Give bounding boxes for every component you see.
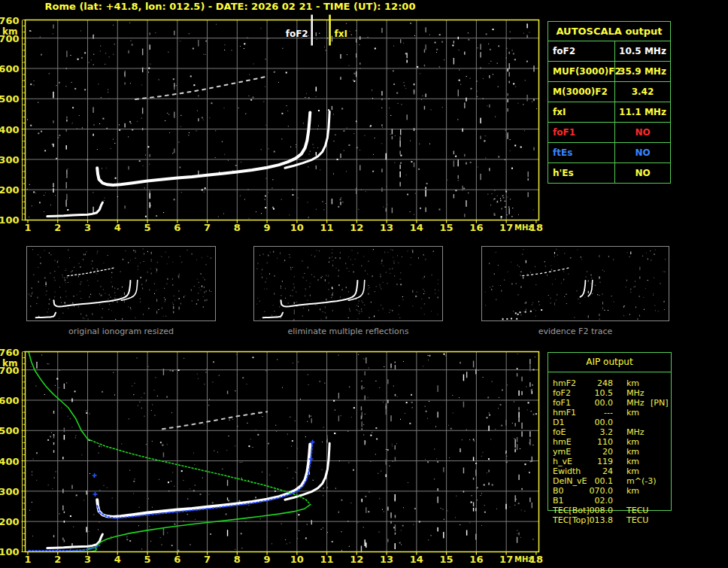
aip-param-unit: km [626,437,639,447]
autoscala-param-value: 10.5 MHz [614,41,670,61]
autoscala-param-value: 3.42 [614,82,670,102]
x-tick-label: 6 [174,554,180,565]
aip-row-foF2: foF210.5MHz [548,388,676,398]
axis-labels: 760700600500400300200100km12345678910111… [0,15,543,234]
x-tick-label: 3 [84,554,91,565]
aip-param-name: B0 [553,486,564,496]
aip-param-value: 070.0 [571,486,613,496]
autoscala-output-table: AUTOSCALA output foF210.5 MHzMUF(3000)F2… [548,21,671,184]
series-profile-F-region-dotted [88,439,311,505]
aip-param-value: --- [571,408,613,418]
aip-row-hmE: hmE110km [548,437,676,447]
traces [47,77,329,217]
aip-param-unit: km [626,457,639,466]
autoscala-row-M(3000)F2: M(3000)F23.42 [548,81,670,102]
ionogram-plot-bottom: 760700600500400300200100km12345678910111… [0,342,545,568]
y-tick-label: 500 [0,93,20,105]
marker-label-fxI: fxI [335,29,347,39]
autoscala-param-value: 35.9 MHz [614,62,670,81]
aip-param-unit: km [626,408,639,418]
x-tick-label: 9 [264,222,271,233]
thumb-noise [256,249,438,320]
thumbnail-evidence-f2-image [481,246,669,321]
aip-param-unit: TECU [626,506,648,515]
aip-param-unit: m^(-3) [626,476,656,486]
aip-param-value: 02.0 [571,496,613,506]
autoscala-param-label: MUF(3000)F2 [548,62,614,81]
autoscala-param-value: NO [614,143,670,163]
aip-param-value: 008.0 [571,506,613,515]
y-tick-label: 600 [0,395,20,406]
aip-param-name: B1 [553,496,564,506]
aip-param-value: 013.8 [571,515,613,525]
aip-row-hmF2: hmF2248km [548,378,676,388]
aip-param-unit: km [626,447,639,457]
aip-param-unit: MHz [626,427,645,437]
autoscala-row-ftEs: ftEsNO [548,142,670,163]
x-tick-label: 5 [144,222,151,233]
autoscala-row-foF1: foF1NO [548,122,670,142]
autoscala-param-value: 11.1 MHz [614,102,670,122]
thumbnail-eliminate-reflections-image [253,246,443,321]
x-tick-label: 17 [499,554,513,565]
x-tick-label: 14 [410,222,423,233]
x-tick-label: 4 [114,554,121,565]
y-tick-label: 400 [0,124,20,135]
x-tick-label: 7 [204,554,211,565]
aip-param-value: 20 [571,447,613,457]
thumbnail-caption-eliminate: eliminate multiple reflections [253,327,443,336]
series-second-hop-trace [135,77,267,100]
series-F2-ordinary-trace [97,112,310,185]
autoscala-param-label: h'Es [548,163,614,183]
grid-lines [26,352,539,552]
x-tick-label: 11 [320,222,334,233]
x-tick-label: 15 [440,554,453,565]
autoscala-param-label: ftEs [548,143,614,163]
autoscala-row-foF2: foF210.5 MHz [548,41,670,61]
aip-param-unit: km [626,378,639,388]
thumb-traces [36,268,138,318]
aip-param-name: ymE [553,447,571,457]
thumbnail-original-ionogram: original ionogram resized [26,246,216,336]
aip-param-value: 00.1 [571,476,613,486]
aip-param-unit: MHz [626,398,645,408]
aip-param-value: 10.5 [571,388,613,398]
thumb-noise [485,248,666,319]
autoscala-row-h'Es: h'EsNO [548,163,670,183]
thumbnail-evidence-f2: evidence F2 trace [481,246,669,336]
aip-row-D1: D100.0 [548,418,676,427]
thumbnail-original-ionogram-image [26,246,216,321]
aip-param-unit: MHz [626,388,645,398]
aip-param-value: 110 [571,437,613,447]
aip-row-TEC[Top]: TEC[Top]013.8TECU [548,515,676,525]
marker-label-foF2: foF2 [286,29,308,39]
aip-row-foF1: foF100.0MHz[PN] [548,398,676,408]
autoscala-param-value: NO [614,123,670,142]
aip-table-title: AIP output [548,353,671,372]
x-tick-label: 11 [320,554,334,565]
plot-frame [22,20,539,223]
y-axis-unit: km [2,358,17,369]
aip-param-extra: [PN] [651,398,668,408]
aip-param-name: foF1 [553,398,571,408]
x-tick-label: 14 [410,554,423,565]
x-tick-label: 8 [234,554,241,565]
series-E-trace [47,202,103,217]
x-tick-label: 12 [350,222,363,233]
x-tick-label: 6 [174,222,180,233]
aip-row-ymE: ymE20km [548,447,676,457]
aip-param-value: 00.0 [571,398,613,408]
y-tick-label: 760 [0,347,20,358]
ionogram-plot-top: 760700600500400300200100km12345678910111… [0,0,545,237]
aip-param-unit: km [626,466,639,476]
thumb-noise [29,248,211,320]
aip-row-Ewidth: Ewidth24km [548,466,676,476]
autoscala-param-label: fxI [548,102,614,122]
aip-row-hmF1: hmF1---km [548,408,676,418]
series-F2-ordinary-trace [97,444,310,517]
autoscala-param-label: M(3000)F2 [548,82,614,102]
x-tick-label: 15 [440,222,453,233]
x-tick-label: 17 [499,222,513,233]
aip-param-value: 24 [571,466,613,476]
x-tick-label: 5 [144,554,151,565]
